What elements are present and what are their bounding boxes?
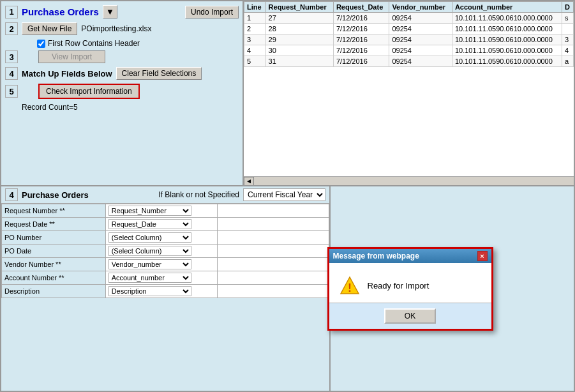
- dialog-title: Message from webpage: [333, 252, 419, 260]
- step2-num: 2: [5, 22, 18, 35]
- col-vendor-number: Vendor_number: [389, 2, 452, 13]
- top-section: 1 Purchase Orders ▼ Undo Import 2 Get Ne…: [1, 1, 574, 186]
- left-panel: 1 Purchase Orders ▼ Undo Import 2 Get Ne…: [1, 1, 244, 185]
- cell-vendor: 09254: [389, 24, 452, 34]
- get-new-file-button[interactable]: Get New File: [22, 22, 77, 35]
- step4-num: 4: [5, 67, 18, 80]
- field-dropdown-cell[interactable]: (Select Column)Request_NumberRequest_Dat…: [105, 285, 217, 298]
- field-dropdown-cell[interactable]: (Select Column)Request_NumberRequest_Dat…: [105, 218, 217, 231]
- field-row: PO Number (Select Column)Request_NumberR…: [2, 231, 329, 245]
- cell-account: 10.101.11.0590.0610.000.0000: [452, 34, 562, 45]
- dialog-close-button[interactable]: ×: [477, 251, 488, 261]
- cell-req-num: 30: [265, 45, 333, 56]
- cell-req-date: 7/12/2016: [333, 34, 389, 45]
- table-row: 1 27 7/12/2016 09254 10.101.11.0590.0610…: [244, 13, 574, 24]
- step2-row: 2 Get New File POimporttesting.xlsx: [5, 22, 239, 35]
- field-blank-cell: [217, 218, 329, 231]
- cell-req-num: 31: [265, 56, 333, 67]
- cell-account: 10.101.11.0590.0610.000.0000: [452, 24, 562, 34]
- check-import-button[interactable]: Check Import Information: [38, 84, 140, 99]
- cell-req-date: 7/12/2016: [333, 13, 389, 24]
- field-dropdown-cell[interactable]: (Select Column)Request_NumberRequest_Dat…: [105, 258, 217, 271]
- field-label: PO Number: [2, 231, 106, 245]
- table-row: 3 29 7/12/2016 09254 10.101.11.0590.0610…: [244, 34, 574, 45]
- field-row: PO Date (Select Column)Request_NumberReq…: [2, 245, 329, 258]
- step3-row: 3 View Import: [5, 50, 239, 63]
- svg-text:!: !: [348, 282, 352, 294]
- dialog-body: ! Ready for Import: [329, 263, 491, 303]
- field-blank-cell: [217, 231, 329, 245]
- cell-line: 4: [244, 45, 266, 56]
- cell-req-num: 28: [265, 24, 333, 34]
- clear-field-selections-button[interactable]: Clear Field Selections: [116, 67, 202, 80]
- field-blank-cell: [217, 258, 329, 271]
- column-select[interactable]: (Select Column)Request_NumberRequest_Dat…: [108, 206, 191, 216]
- dialog-ok-button[interactable]: OK: [384, 308, 436, 324]
- dialog-title-bar: Message from webpage ×: [329, 249, 491, 263]
- fiscal-year-select[interactable]: Current Fiscal Year: [243, 188, 325, 201]
- field-dropdown-cell[interactable]: (Select Column)Request_NumberRequest_Dat…: [105, 231, 217, 245]
- table-row: 2 28 7/12/2016 09254 10.101.11.0590.0610…: [244, 24, 574, 34]
- cell-vendor: 09254: [389, 56, 452, 67]
- field-dropdown-cell[interactable]: (Select Column)Request_NumberRequest_Dat…: [105, 204, 217, 218]
- if-blank-label: If Blank or not Specified: [158, 190, 239, 199]
- field-dropdown-cell[interactable]: (Select Column)Request_NumberRequest_Dat…: [105, 245, 217, 258]
- step5-num: 5: [5, 85, 18, 98]
- field-label: Request Number **: [2, 204, 106, 218]
- dialog-message: Ready for Import: [368, 281, 429, 290]
- step1-title: Purchase Orders: [22, 6, 99, 17]
- column-select[interactable]: (Select Column)Request_NumberRequest_Dat…: [108, 286, 191, 296]
- cell-vendor: 09254: [389, 34, 452, 45]
- file-name-label: POimporttesting.xlsx: [81, 24, 151, 33]
- col-request-date: Request_Date: [333, 2, 389, 13]
- cell-line: 2: [244, 24, 266, 34]
- step3-num: 3: [5, 50, 18, 63]
- main-container: 1 Purchase Orders ▼ Undo Import 2 Get Ne…: [0, 0, 575, 392]
- horizontal-scrollbar[interactable]: ◄: [244, 176, 574, 185]
- cell-account: 10.101.11.0590.0610.000.0000: [452, 56, 562, 67]
- cell-d: a: [562, 56, 573, 67]
- column-select[interactable]: (Select Column)Request_NumberRequest_Dat…: [108, 259, 191, 269]
- step1-row: 1 Purchase Orders ▼ Undo Import: [5, 5, 239, 19]
- field-dropdown-cell[interactable]: (Select Column)Request_NumberRequest_Dat…: [105, 271, 217, 285]
- dialog-footer: OK: [329, 303, 491, 329]
- field-label: Vendor Number **: [2, 258, 106, 271]
- fields-mapping-table: Request Number ** (Select Column)Request…: [1, 204, 329, 298]
- step4-row: 4 Match Up Fields Below Clear Field Sele…: [5, 67, 239, 80]
- field-row: Account Number ** (Select Column)Request…: [2, 271, 329, 285]
- header-checkbox-row: First Row Contains Header: [22, 39, 239, 48]
- bottom-section: 4 Purchase Orders If Blank or not Specif…: [1, 186, 574, 391]
- cell-line: 1: [244, 13, 266, 24]
- column-select[interactable]: (Select Column)Request_NumberRequest_Dat…: [108, 273, 191, 283]
- bottom-title: Purchase Orders: [22, 190, 154, 200]
- purchase-orders-dropdown[interactable]: ▼: [103, 5, 117, 19]
- column-select[interactable]: (Select Column)Request_NumberRequest_Dat…: [108, 232, 191, 243]
- col-account-number: Account_number: [452, 2, 562, 13]
- field-blank-cell: [217, 271, 329, 285]
- field-label: PO Date: [2, 245, 106, 258]
- col-line: Line: [244, 2, 266, 13]
- column-select[interactable]: (Select Column)Request_NumberRequest_Dat…: [108, 219, 191, 229]
- column-select[interactable]: (Select Column)Request_NumberRequest_Dat…: [108, 246, 191, 256]
- view-import-button[interactable]: View Import: [38, 50, 105, 63]
- first-row-header-checkbox[interactable]: [37, 40, 45, 48]
- field-row: Request Date ** (Select Column)Request_N…: [2, 218, 329, 231]
- field-label: Description: [2, 285, 106, 298]
- field-blank-cell: [217, 204, 329, 218]
- cell-line: 3: [244, 34, 266, 45]
- step1-num: 1: [5, 6, 18, 19]
- cell-account: 10.101.11.0590.0610.000.0000: [452, 13, 562, 24]
- undo-import-button[interactable]: Undo Import: [185, 6, 239, 19]
- scroll-left-button[interactable]: ◄: [244, 177, 254, 186]
- cell-vendor: 09254: [389, 45, 452, 56]
- table-row: 5 31 7/12/2016 09254 10.101.11.0590.0610…: [244, 56, 574, 67]
- import-data-table: Line Request_Number Request_Date Vendor_…: [244, 1, 574, 67]
- message-dialog: Message from webpage × ! Ready for Impor…: [327, 247, 493, 331]
- record-count: Record Count=5: [22, 103, 239, 112]
- cell-d: [562, 24, 573, 34]
- step5-row: 5 Check Import Information: [5, 84, 239, 99]
- cell-req-num: 29: [265, 34, 333, 45]
- field-row: Request Number ** (Select Column)Request…: [2, 204, 329, 218]
- first-row-header-label: First Row Contains Header: [48, 39, 140, 48]
- field-label: Account Number **: [2, 271, 106, 285]
